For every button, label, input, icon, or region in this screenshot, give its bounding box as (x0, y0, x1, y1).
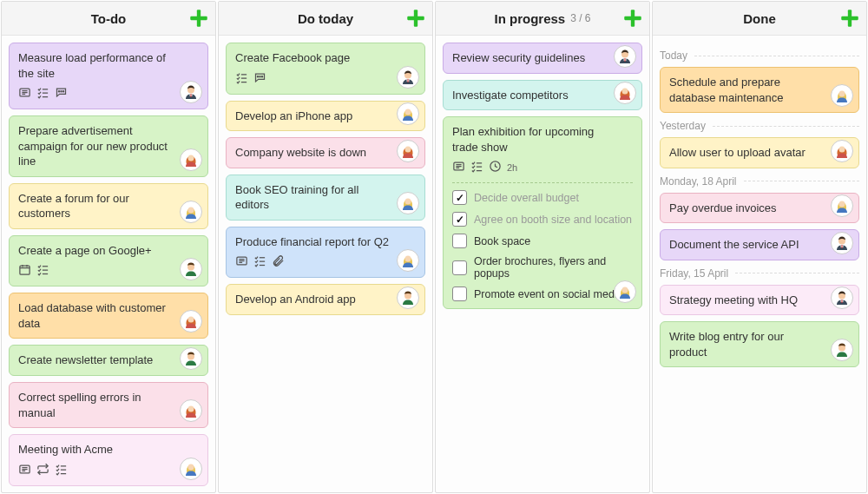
checklist-icon (235, 71, 248, 87)
assignee-avatar[interactable] (180, 310, 202, 333)
subtask-checkbox[interactable] (452, 190, 467, 205)
assignee-avatar[interactable] (180, 347, 202, 370)
kanban-card[interactable]: Measure load performance of the site (9, 43, 208, 109)
kanban-card[interactable]: Schedule and prepare database maintenanc… (660, 67, 859, 113)
assignee-avatar[interactable] (180, 148, 202, 171)
svg-rect-80 (625, 58, 626, 62)
column-body: Measure load performance of the sitePrep… (2, 36, 215, 492)
kanban-card[interactable]: Document the service API (660, 229, 859, 260)
kanban-card[interactable]: Write blog entry for our product (660, 321, 859, 367)
card-title: Plan exhibition for upcoming trade show (452, 124, 633, 155)
subtask-label: Decide overall budget (474, 192, 579, 204)
kanban-card[interactable]: Pay overdue invoices (660, 193, 859, 224)
assignee-avatar[interactable] (397, 66, 419, 89)
assignee-avatar[interactable] (831, 140, 853, 162)
kanban-card[interactable]: Create Facebook page (226, 43, 425, 95)
assignee-avatar[interactable] (397, 249, 419, 272)
date-separator: Friday, 15 April (660, 267, 859, 280)
assignee-avatar[interactable] (180, 399, 202, 422)
clock-icon (489, 160, 502, 175)
kanban-card[interactable]: Produce financial report for Q2 (226, 227, 425, 279)
comment-icon (253, 71, 266, 87)
add-card-button[interactable] (187, 7, 210, 30)
svg-point-11 (62, 91, 63, 92)
kanban-card[interactable]: Develop an iPhone app (226, 101, 425, 132)
card-title: Produce financial report for Q2 (235, 234, 416, 250)
assignee-avatar[interactable] (831, 84, 853, 107)
card-indicator-row (235, 254, 416, 270)
svg-point-34 (188, 406, 194, 412)
kanban-card[interactable]: Create newsletter template (9, 345, 208, 376)
kanban-card[interactable]: Plan exhibition for upcoming trade show2… (443, 116, 642, 309)
svg-rect-104 (842, 245, 843, 248)
assignee-avatar[interactable] (397, 140, 419, 162)
svg-point-52 (260, 76, 260, 76)
kanban-card[interactable]: Correct spelling errors in manual (9, 382, 208, 428)
card-title: Pay overdue invoices (669, 201, 850, 216)
svg-point-19 (188, 207, 194, 213)
kanban-card[interactable]: Create a forum for our customers (9, 183, 208, 229)
kanban-card[interactable]: Meeting with Acme (9, 434, 208, 486)
svg-point-92 (622, 287, 628, 293)
subtask-checkbox[interactable] (452, 287, 467, 301)
add-card-button[interactable] (621, 7, 644, 30)
assignee-avatar[interactable] (180, 81, 202, 103)
card-indicator-row (18, 263, 199, 279)
card-time: 2h (507, 162, 517, 173)
assignee-avatar[interactable] (397, 102, 419, 125)
kanban-card[interactable]: Investigate competitors (443, 80, 642, 111)
subtask-checkbox[interactable] (452, 234, 467, 248)
kanban-card[interactable]: Review security guidelines (443, 43, 642, 74)
card-title: Schedule and prepare database maintenanc… (669, 75, 850, 105)
kanban-card[interactable]: Prepare advertisement campaign for our n… (9, 115, 208, 177)
assignee-avatar[interactable] (614, 280, 636, 303)
add-card-button[interactable] (404, 7, 427, 30)
kanban-card[interactable]: Company website is down (226, 137, 425, 168)
assignee-avatar[interactable] (831, 232, 853, 254)
date-separator: Yesterday (660, 120, 859, 132)
card-title: Document the service API (669, 237, 850, 253)
column-title: Do today (298, 11, 353, 26)
card-title: Book SEO training for all editors (235, 182, 416, 213)
assignee-avatar[interactable] (831, 339, 853, 361)
subtask-row[interactable]: Decide overall budget (452, 190, 633, 205)
svg-point-10 (61, 91, 62, 92)
assignee-avatar[interactable] (614, 45, 636, 68)
kanban-card[interactable]: Load database with customer data (9, 293, 208, 339)
subtask-checkbox[interactable] (452, 212, 467, 227)
subtask-row[interactable]: Book space (452, 234, 633, 248)
subtask-checkbox[interactable] (452, 260, 467, 275)
assignee-avatar[interactable] (831, 194, 853, 217)
assignee-avatar[interactable] (831, 287, 853, 309)
card-title: Create newsletter template (18, 352, 199, 368)
assignee-avatar[interactable] (397, 287, 419, 309)
assignee-avatar[interactable] (397, 192, 419, 214)
card-title: Create a page on Google+ (18, 243, 199, 259)
subtask-row[interactable]: Agree on booth size and location (452, 212, 633, 227)
add-card-button[interactable] (838, 7, 861, 30)
assignee-avatar[interactable] (180, 201, 202, 223)
kanban-card[interactable]: Create a page on Google+ (9, 235, 208, 287)
svg-point-17 (188, 155, 194, 161)
svg-point-82 (622, 89, 628, 95)
assignee-avatar[interactable] (180, 258, 202, 280)
kanban-column: In progress3 / 6Review security guidelin… (435, 1, 650, 493)
note-icon (18, 463, 31, 478)
kanban-card[interactable]: Develop an Android app (226, 284, 425, 315)
assignee-avatar[interactable] (180, 458, 202, 480)
date-separator: Today (660, 49, 859, 62)
card-title: Create Facebook page (235, 50, 416, 66)
subtask-row[interactable]: Promote event on social media (452, 287, 633, 301)
svg-rect-57 (408, 79, 409, 82)
subtask-row[interactable]: Order brochures, flyers and popups (452, 255, 633, 280)
kanban-card[interactable]: Allow user to upload avatar (660, 137, 859, 168)
kanban-card[interactable]: Strategy meeting with HQ (660, 285, 859, 316)
svg-rect-108 (842, 300, 843, 303)
svg-rect-76 (624, 16, 641, 20)
svg-rect-1 (190, 16, 207, 20)
kanban-card[interactable]: Book SEO training for all editors (226, 175, 425, 221)
svg-point-72 (405, 256, 411, 262)
checklist-icon (253, 254, 266, 270)
checklist-icon (55, 463, 68, 478)
assignee-avatar[interactable] (614, 82, 636, 104)
